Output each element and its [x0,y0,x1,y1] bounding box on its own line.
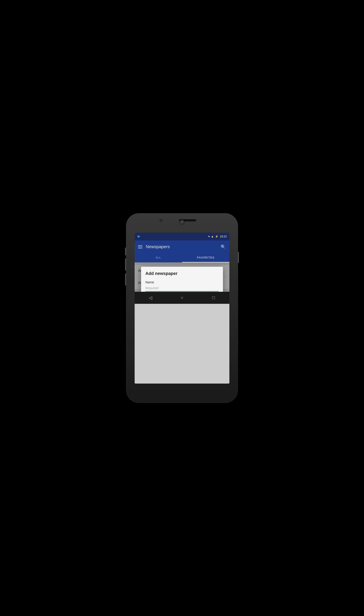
notification-icon: 🐦 [137,235,141,238]
status-left: 🐦 [137,235,141,238]
name-form-group: Name [145,280,219,291]
top-bezel [126,213,238,233]
wifi-icon: ▾ [208,235,210,238]
content-area: Argyllshire Advertiser, The Ashbourne Ne… [135,262,229,292]
hamburger-menu[interactable] [138,245,142,248]
battery-icon: ⚡ [215,235,218,238]
tab-favorites[interactable]: FAVORITES [182,253,229,262]
bottom-nav-bar: ◁ ○ □ [135,292,229,304]
phone-screen: 🐦 ▾ ▲ ⚡ 18:22 Newspapers 🔍 ALL [135,233,229,383]
status-bar: 🐦 ▾ ▲ ⚡ 18:22 [135,233,229,240]
time-display: 18:22 [220,235,227,238]
dialog-content: Add newspaper Name Link mobile site [141,267,223,292]
signal-icon: ▲ [211,235,214,238]
app-bar-left: Newspapers [138,244,170,249]
status-right: ▾ ▲ ⚡ 18:22 [208,235,227,238]
power-button[interactable] [238,252,239,263]
home-button[interactable]: ○ [178,293,186,302]
camera [180,220,184,224]
search-icon[interactable]: 🔍 [221,244,226,249]
volume-up-button[interactable] [125,248,126,255]
app-title: Newspapers [146,244,170,249]
name-label: Name [145,280,219,284]
dialog-overlay: Add newspaper Name Link mobile site [135,262,229,292]
app-bar: Newspapers 🔍 [135,240,229,253]
tab-all[interactable]: ALL [135,253,182,262]
tabs-bar: ALL FAVORITES [135,253,229,262]
volume-down-button[interactable] [125,259,126,270]
back-button[interactable]: ◁ [146,293,155,302]
recents-button[interactable]: □ [209,293,218,302]
name-input[interactable] [145,285,219,291]
front-camera [160,219,163,222]
silent-button[interactable] [125,274,126,286]
phone-frame: 🐦 ▾ ▲ ⚡ 18:22 Newspapers 🔍 ALL [126,213,238,403]
bottom-bezel [126,383,238,403]
add-newspaper-dialog: Add newspaper Name Link mobile site [141,267,223,292]
dialog-title: Add newspaper [145,271,219,276]
